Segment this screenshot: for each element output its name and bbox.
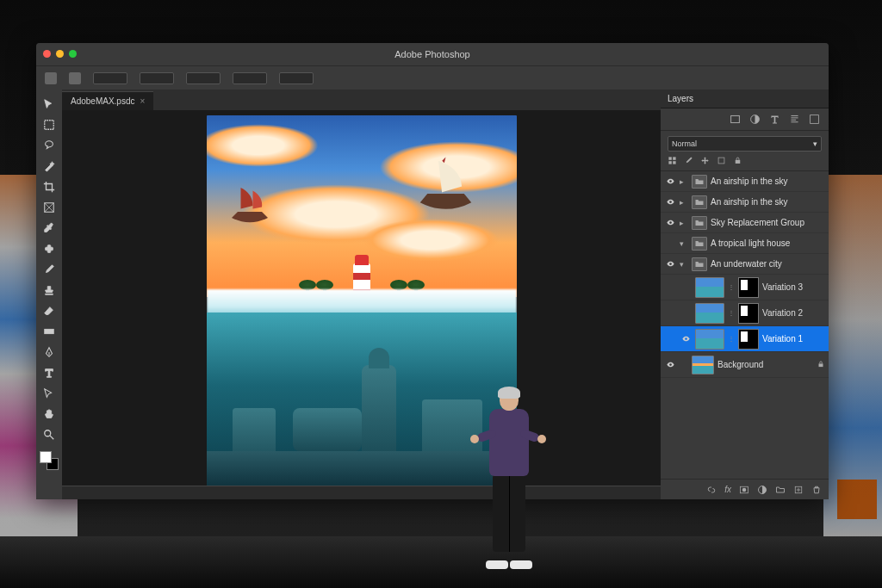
canvas[interactable]	[62, 110, 661, 499]
eyedropper-tool[interactable]	[40, 219, 59, 238]
expand-toggle[interactable]: ▾	[680, 260, 688, 269]
stamp-tool[interactable]	[40, 281, 59, 300]
option-field[interactable]	[186, 72, 220, 84]
hand-tool[interactable]	[40, 405, 59, 424]
lock-position-icon[interactable]	[700, 156, 710, 165]
layer-thumbnail[interactable]	[692, 356, 714, 374]
home-icon[interactable]	[45, 72, 57, 84]
lasso-tool[interactable]	[40, 136, 59, 155]
zoom-tool[interactable]	[40, 425, 59, 444]
window-controls[interactable]	[43, 50, 77, 58]
color-swatches[interactable]	[40, 451, 59, 470]
svg-point-17	[742, 487, 747, 492]
svg-rect-10	[673, 157, 675, 159]
adjustments-icon[interactable]	[749, 114, 761, 125]
layer-name[interactable]: Background	[717, 360, 763, 369]
svg-point-5	[45, 430, 51, 436]
layer-row[interactable]: ▸ An airship in the sky	[661, 171, 829, 192]
layer-options: Normal▾	[661, 131, 829, 171]
option-field[interactable]	[93, 72, 127, 84]
fx-icon[interactable]: fx	[724, 485, 731, 494]
layer-name[interactable]: An airship in the sky	[711, 176, 788, 186]
link-icon: ⋮	[728, 309, 735, 317]
blend-mode-select[interactable]: Normal▾	[668, 136, 822, 152]
layer-name[interactable]: Sky Replacement Group	[711, 218, 804, 227]
type-tool[interactable]	[40, 363, 59, 382]
options-bar[interactable]	[36, 65, 829, 90]
link-layers-icon[interactable]	[706, 485, 717, 495]
lock-brush-icon[interactable]	[684, 156, 693, 165]
frame-tool[interactable]	[40, 198, 59, 217]
layer-row[interactable]: ▾ A tropical light house	[661, 233, 829, 254]
layer-thumbnail[interactable]	[695, 329, 724, 350]
titlebar: Adobe Photoshop	[36, 43, 829, 65]
mask-icon[interactable]	[739, 485, 749, 495]
lock-pixels-icon[interactable]	[668, 156, 677, 165]
tool-preset-icon[interactable]	[69, 72, 81, 84]
document-area: AdobeMAX.psdc ×	[62, 90, 661, 499]
layer-name[interactable]: Variation 2	[762, 308, 803, 318]
svg-rect-9	[668, 157, 671, 159]
visibility-toggle[interactable]	[664, 176, 676, 186]
path-tool[interactable]	[40, 384, 59, 403]
stage-floor	[0, 536, 882, 588]
document-tab[interactable]: AdobeMAX.psdc ×	[62, 91, 153, 110]
option-field[interactable]	[279, 72, 314, 84]
libraries-icon[interactable]	[730, 114, 741, 125]
eraser-tool[interactable]	[40, 301, 59, 320]
properties-icon[interactable]	[809, 114, 820, 125]
layer-row-variation[interactable]: ⋮ Variation 2	[661, 300, 829, 326]
expand-toggle[interactable]: ▸	[680, 198, 688, 207]
visibility-toggle[interactable]	[664, 197, 676, 207]
layer-row[interactable]: ▾ An underwater city	[661, 254, 829, 275]
expand-toggle[interactable]: ▸	[680, 219, 688, 227]
wand-tool[interactable]	[40, 157, 59, 176]
crop-tool[interactable]	[40, 177, 59, 196]
expand-toggle[interactable]: ▾	[680, 239, 688, 248]
lock-artboard-icon[interactable]	[717, 156, 726, 165]
layers-panel-tab[interactable]: Layers	[668, 94, 693, 103]
layer-thumbnail[interactable]	[695, 277, 724, 298]
mask-thumbnail[interactable]	[738, 303, 759, 324]
visibility-toggle[interactable]	[664, 259, 676, 269]
svg-rect-4	[45, 329, 54, 333]
layers-list[interactable]: ▸ An airship in the sky ▸ An airship in …	[661, 171, 829, 479]
gradient-tool[interactable]	[40, 322, 59, 341]
new-layer-icon[interactable]	[793, 485, 804, 495]
marquee-tool[interactable]	[40, 115, 59, 134]
window-title: Adobe Photoshop	[394, 49, 469, 59]
layer-name[interactable]: Variation 3	[762, 282, 803, 292]
layer-row-background[interactable]: Background	[661, 352, 829, 378]
delete-icon[interactable]	[811, 485, 822, 495]
option-field[interactable]	[140, 72, 174, 84]
pen-tool[interactable]	[40, 343, 59, 362]
close-icon[interactable]: ×	[140, 96, 146, 106]
paragraph-icon[interactable]	[789, 114, 800, 125]
expand-toggle[interactable]: ▸	[680, 177, 688, 186]
lock-all-icon[interactable]	[733, 156, 742, 165]
layer-name[interactable]: Variation 1	[762, 334, 803, 344]
layer-thumbnail[interactable]	[695, 303, 724, 324]
mask-thumbnail[interactable]	[738, 329, 759, 350]
mask-thumbnail[interactable]	[738, 277, 759, 298]
lock-icon[interactable]	[817, 360, 825, 370]
layer-row[interactable]: ▸ An airship in the sky	[661, 192, 829, 213]
layer-name[interactable]: An underwater city	[711, 259, 782, 269]
layer-row-variation[interactable]: ⋮ Variation 1	[661, 326, 829, 352]
brush-tool[interactable]	[40, 260, 59, 279]
visibility-toggle[interactable]	[664, 218, 676, 227]
layer-name[interactable]: An airship in the sky	[711, 197, 788, 207]
option-field[interactable]	[233, 72, 267, 84]
layer-row-variation[interactable]: ⋮ Variation 3	[661, 275, 829, 300]
layers-panel-header[interactable]: Layers	[661, 90, 829, 108]
layer-row[interactable]: ▸ Sky Replacement Group	[661, 213, 829, 233]
layer-name[interactable]: A tropical light house	[711, 238, 790, 248]
heal-tool[interactable]	[40, 239, 59, 258]
visibility-toggle[interactable]	[680, 334, 692, 344]
group-icon[interactable]	[775, 485, 786, 495]
folder-icon	[692, 237, 707, 251]
move-tool[interactable]	[40, 95, 59, 114]
type-panel-icon[interactable]	[769, 114, 780, 125]
visibility-toggle[interactable]	[664, 360, 676, 369]
adjustment-layer-icon[interactable]	[757, 485, 767, 495]
